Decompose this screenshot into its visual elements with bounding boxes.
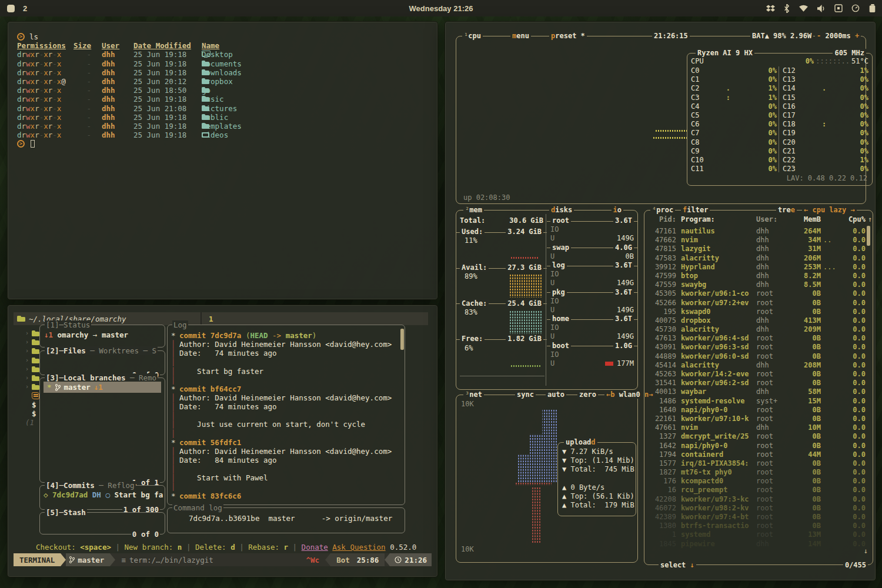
process-row[interactable]: 40013waybardhh58M0.0 bbox=[648, 387, 861, 396]
process-row[interactable]: 1486systemd-resolvesyst+15M0.0 bbox=[648, 397, 861, 406]
gauge-icon[interactable] bbox=[851, 4, 860, 12]
table-row[interactable]: drwxr-xr-x-dhh25 Jun 21:08Pictures bbox=[17, 104, 432, 113]
process-row[interactable]: 40075dropboxdhh413M0.0 bbox=[648, 316, 861, 325]
keybind-key[interactable]: d bbox=[230, 543, 235, 552]
table-row[interactable]: drwxr-xr-x-dhh25 Jun 19:18Videos bbox=[17, 131, 432, 139]
process-row[interactable]: 47599btopdhh8.2M0.0 bbox=[648, 272, 861, 280]
log-scrollbar[interactable] bbox=[400, 329, 404, 350]
process-row[interactable]: 47815lazygitdhh31M0.0 bbox=[648, 245, 861, 253]
process-row[interactable]: 45266kworker/u97:2+evroot0B0.0 bbox=[648, 299, 861, 308]
table-row[interactable]: drwxr-xr-x-dhh25 Jun 19:18Desktop bbox=[17, 50, 432, 59]
btop-window[interactable]: ¹cpu menu preset * 21:26:15 BAT▲ 98% 2.9… bbox=[445, 21, 876, 581]
file-name[interactable]: Desktop bbox=[202, 50, 233, 59]
prompt-line-2[interactable]: > bbox=[17, 139, 432, 148]
menu-button[interactable]: menu bbox=[510, 32, 531, 40]
status-panel[interactable]: [1]─Status ↓1 omarchy → master bbox=[39, 325, 165, 348]
commits-panel[interactable]: [4]─Commits ─ Reflog ◇ 7dc9d7ad DH ○ Sta… bbox=[39, 485, 165, 510]
file-name[interactable]: Downloads bbox=[202, 68, 242, 77]
process-row[interactable]: 1327dmcrypt_write/25root0B0.0 bbox=[648, 432, 861, 441]
keybind-key[interactable]: r bbox=[284, 543, 289, 552]
mem-box[interactable]: ²mem disks io Total:30.6 GiB Used:3.24 G… bbox=[456, 210, 638, 390]
commit-line[interactable]: *commit bf64cc7 bbox=[171, 385, 402, 393]
stash-panel[interactable]: [5]─Stash 0 of 0 bbox=[39, 512, 165, 534]
table-row[interactable]: drwxr-xr-x-dhh25 Jun 19:18Downloads bbox=[17, 68, 432, 77]
preset-button[interactable]: preset * bbox=[549, 32, 587, 40]
process-row[interactable]: 39912Hyprlanddhh253M...0.0 bbox=[648, 263, 861, 272]
volume-icon[interactable] bbox=[817, 5, 826, 12]
branches-panel[interactable]: [3]─Local branches ─ Remo * master ↓1 1 … bbox=[39, 377, 165, 483]
file-name[interactable]: Pictures bbox=[202, 104, 237, 113]
process-row[interactable]: 45414alacrittydhh208M0.0 bbox=[648, 361, 861, 370]
process-row[interactable]: 47161nautilusdhh264M0.0 bbox=[648, 227, 861, 236]
update-interval[interactable]: - 2000ms + bbox=[815, 32, 861, 40]
wifi-icon[interactable] bbox=[799, 5, 808, 12]
process-row[interactable]: 31541kworker/u96:2-sdroot0B0.0 bbox=[648, 379, 861, 387]
net-zero-toggle[interactable]: zero bbox=[577, 390, 598, 399]
table-row[interactable]: drwxr-xr-x-dhh25 Jun 19:18Music bbox=[17, 95, 432, 103]
lazygit-window[interactable]: ~/.local/share/omarchy 1 ›››››››$$(1 [1]… bbox=[7, 305, 438, 577]
process-row[interactable]: 1642napi/phy0-0root0B0.0 bbox=[648, 442, 861, 450]
screencast-icon[interactable] bbox=[834, 4, 843, 12]
table-row[interactable]: drwxr-xr-x-dhh25 Jun 19:18Documents bbox=[17, 59, 432, 68]
process-row[interactable]: 45305kworker/u96:1-coroot0B0.0 bbox=[648, 289, 861, 298]
file-name[interactable]: Templates bbox=[202, 122, 242, 131]
process-row[interactable]: 1systemdroot13M0.0 bbox=[648, 530, 861, 539]
process-row[interactable]: 45263kworker/14:2-everoot0B0.0 bbox=[648, 370, 861, 379]
file-name[interactable]: Documents bbox=[202, 59, 242, 68]
battery-icon[interactable] bbox=[868, 4, 876, 13]
donate-link[interactable]: Donate bbox=[302, 543, 328, 552]
commit-line[interactable]: *commit 83fc6c6 bbox=[171, 492, 402, 500]
process-row[interactable]: 1380btrfs-transactioroot0B0.0 bbox=[648, 522, 861, 530]
process-row[interactable]: 45730alacrittydhh209M0.0 bbox=[648, 325, 861, 334]
terminal-window-ls[interactable]: > ls PermissionsSizeUserDate ModifiedNam… bbox=[7, 21, 438, 300]
proc-scrollbar[interactable] bbox=[867, 226, 870, 246]
keybind-key[interactable]: <space> bbox=[80, 543, 111, 552]
process-row[interactable]: 43091kworker/u96:3-sdroot0B0.0 bbox=[648, 343, 861, 352]
process-row[interactable]: 1794containerdroot44M0.0 bbox=[648, 450, 861, 459]
tab-number[interactable]: 1 bbox=[209, 315, 213, 323]
process-row[interactable]: 47662nvimdhh34M..0.0 bbox=[648, 236, 861, 245]
process-row[interactable]: 44889kworker/u96:0-sdroot0B0.0 bbox=[648, 352, 861, 361]
file-name[interactable]: Music bbox=[202, 95, 224, 103]
file-name[interactable]: Dropbox bbox=[202, 77, 233, 86]
process-row[interactable]: 42208kworker/u97:3-kcroot0B0.0 bbox=[648, 495, 861, 504]
bluetooth-icon[interactable] bbox=[784, 4, 790, 13]
process-row[interactable]: 47583alacrittydhh206M0.0 bbox=[648, 254, 861, 263]
files-panel[interactable]: [2]─Files ─ Worktrees ─ S 0 of 0 bbox=[39, 350, 165, 375]
proc-tree-toggle[interactable]: tree bbox=[776, 206, 797, 214]
keybind-label[interactable]: Rebase: bbox=[248, 543, 283, 552]
net-box[interactable]: ³net sync auto zero ←b wlan0 n→ 10K 10K … bbox=[456, 395, 638, 563]
process-row[interactable]: 22161kworker/u97:10-kroot0B0.0 bbox=[648, 415, 861, 423]
process-row[interactable]: 47559swaybgdhh8.5M0.0 bbox=[648, 280, 861, 289]
log-panel[interactable]: Log *commit 7dc9d7a (HEAD -> master)│Aut… bbox=[167, 325, 405, 505]
file-name[interactable]: Public bbox=[202, 113, 228, 122]
net-sync-toggle[interactable]: sync bbox=[515, 390, 536, 399]
commit-line[interactable]: *commit 7dc9d7a (HEAD -> master) bbox=[171, 331, 402, 340]
keybind-label[interactable]: Checkout: bbox=[36, 543, 80, 552]
process-row[interactable]: 176kcompactd0root0B0.0 bbox=[648, 477, 861, 486]
process-row[interactable]: 16rcu_preemptroot0B0.0 bbox=[648, 486, 861, 495]
process-row[interactable]: 1640napi/phy0-0root0B0.0 bbox=[648, 406, 861, 415]
commit-line[interactable]: *commit 56fdfc1 bbox=[171, 438, 402, 447]
keybind-label[interactable]: New branch: bbox=[125, 543, 178, 552]
table-row[interactable]: drwxr-xr-x-dhh25 Jun 19:18Public bbox=[17, 113, 432, 122]
proc-filter-button[interactable]: filter bbox=[681, 206, 710, 214]
cpu-box[interactable]: ¹cpu menu preset * 21:26:15 BAT▲ 98% 2.9… bbox=[456, 36, 866, 204]
file-name[interactable]: go bbox=[202, 86, 211, 95]
dropbox-icon[interactable] bbox=[766, 4, 775, 12]
table-row[interactable]: drwxr-xr-x-dhh25 Jun 19:18Templates bbox=[17, 122, 432, 131]
ask-question-link[interactable]: Ask Question bbox=[332, 543, 385, 552]
proc-box[interactable]: ⁴proc filter tree ← cpu lazy → Pid: Prog… bbox=[644, 210, 873, 565]
net-auto-toggle[interactable]: auto bbox=[546, 390, 566, 399]
table-row[interactable]: drwxr-xr-x@-dhh25 Jun 20:12Dropbox bbox=[17, 77, 432, 86]
proc-select-hint[interactable]: select ↓ bbox=[659, 561, 696, 569]
process-row[interactable]: 1845pipewiredhh14M0.0 bbox=[648, 540, 861, 549]
process-row[interactable]: 42389kworker/u97:4-btroot0B0.0 bbox=[648, 513, 861, 522]
selected-branch-row[interactable]: * master ↓1 bbox=[44, 382, 161, 393]
process-row[interactable]: 46072kworker/u98:2-kvroot0B0.0 bbox=[648, 504, 861, 513]
clock[interactable]: Wednesday 21:26 bbox=[0, 4, 882, 13]
process-row[interactable]: 195kswapd0root0B0.0 bbox=[648, 308, 861, 316]
proc-sort-selector[interactable]: ← cpu lazy → bbox=[802, 206, 857, 214]
table-row[interactable]: drwxr-xr-x-dhh25 Jun 18:50go bbox=[17, 86, 432, 95]
process-row[interactable]: 1827mt76-tx phy0root0B0.0 bbox=[648, 468, 861, 477]
